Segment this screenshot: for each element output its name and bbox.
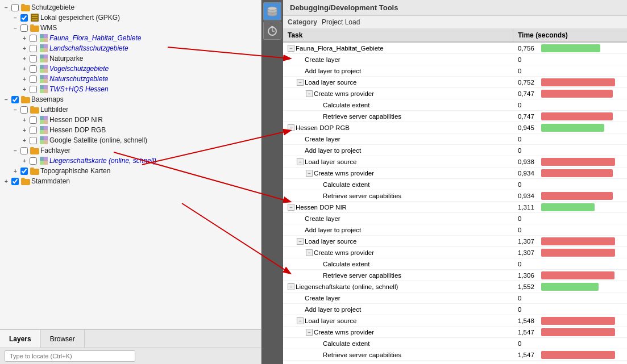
expand-debug-hessen-nir[interactable]: − [288,204,294,211]
svg-rect-44 [40,157,44,161]
checkbox-liegenschaft-layer[interactable] [30,157,37,165]
task-label-fauna-add: Add layer to project [305,68,361,74]
layer-item-google[interactable]: +Google Satellite (online, schnell) [0,135,261,145]
expand-btn-natur[interactable]: + [20,55,28,62]
expand-btn-hessen-nir-layer[interactable]: + [20,116,28,124]
layer-item-landschaft[interactable]: +Landschaftsschutzgebiete [0,43,261,53]
layer-icon-fauna-layer [39,34,48,43]
time-value-hessen-nir-load: 1,307 [518,238,538,245]
expand-btn-wms[interactable]: − [11,24,19,32]
layer-item-fauna-layer[interactable]: +Fauna_Flora_Habitat_Gebiete [0,33,261,43]
expand-debug-fauna-wms[interactable]: − [306,90,313,97]
time-value-hessen-nir-create: 0 [518,215,521,222]
expand-debug-hessen-rgb-wms[interactable]: − [306,170,313,177]
checkbox-luftbilder[interactable] [20,106,28,114]
checkbox-topo[interactable] [20,168,28,175]
debug-row-liegenschaft-add: Add layer to project0 [283,304,627,315]
expand-btn-vogel[interactable]: + [20,65,28,73]
expand-btn-schutz[interactable]: − [2,3,10,11]
task-label-hessen-nir-create: Create layer [305,215,341,222]
layer-item-basemaps[interactable]: −Basemaps [0,94,261,104]
expand-btn-hessen-rgb-layer[interactable]: + [20,126,28,134]
expand-debug-liegenschaft[interactable]: − [288,283,294,290]
expand-btn-google[interactable]: + [20,136,28,144]
checkbox-naturschutz[interactable] [30,76,37,83]
expand-debug-fauna-load[interactable]: − [297,79,304,86]
svg-rect-47 [44,161,48,165]
tab-layers[interactable]: Layers [0,330,41,348]
checkbox-schutz[interactable] [11,4,19,11]
time-cell-hessen-rgb-calc: 0 [513,180,627,189]
expand-btn-fauna-layer[interactable]: + [20,34,28,42]
task-cell-fauna-wms: − Create wms provider [283,89,513,98]
task-label-liegenschaft-retrieve: Retrieve server capabilities [323,352,401,358]
layer-item-vogel[interactable]: +Vogelschutzgebiete [0,64,261,74]
svg-rect-18 [40,58,44,62]
expand-btn-lokal[interactable]: − [11,14,19,22]
layer-item-tws[interactable]: +TWS+HQS Hessen [0,84,261,94]
expand-btn-tws[interactable]: + [20,85,28,93]
checkbox-lokal[interactable] [20,14,28,22]
checkbox-vogel[interactable] [30,65,37,73]
svg-rect-42 [40,140,44,144]
checkbox-fachlayer[interactable] [20,147,28,154]
expand-debug-hessen-rgb-load[interactable]: − [297,158,304,165]
layer-item-hessen-nir-layer[interactable]: +Hessen DOP NIR [0,115,261,125]
expand-btn-stamm[interactable]: + [2,177,10,185]
time-bar-liegenschaft-load [541,317,615,325]
expand-btn-liegenschaft-layer[interactable]: + [20,157,28,165]
time-bar-liegenschaft-retrieve [541,351,615,359]
checkbox-landschaft[interactable] [30,45,37,52]
time-cell-fauna-calc: 0 [513,101,627,110]
checkbox-google[interactable] [30,137,37,144]
layer-item-hessen-rgb-layer[interactable]: +Hessen DOP RGB [0,125,261,135]
time-value-hessen-rgb-add: 0 [518,147,521,154]
svg-rect-9 [44,34,48,38]
expand-debug-hessen-nir-wms[interactable]: − [306,249,313,256]
expand-debug-liegenschaft-load[interactable]: − [297,317,304,324]
layer-item-naturschutz[interactable]: +Naturschutzgebiete [0,74,261,84]
layer-item-schutz[interactable]: −Schutzgebiete [0,2,261,12]
layer-item-luftbilder[interactable]: −Luftbilder [0,104,261,115]
locate-input[interactable] [5,350,135,362]
expand-debug-fauna[interactable]: − [288,45,294,52]
checkbox-hessen-rgb-layer[interactable] [30,127,37,134]
checkbox-wms[interactable] [20,24,28,32]
checkbox-basemaps[interactable] [11,96,19,103]
filter-category-label: Category [288,18,317,26]
toolbar-timer-icon[interactable] [263,22,281,40]
layer-item-stamm[interactable]: +Stammdaten [0,176,261,186]
toolbar-db-icon[interactable] [263,2,281,20]
expand-btn-basemaps[interactable]: − [2,95,10,103]
expand-btn-fachlayer[interactable]: − [11,147,19,154]
layer-item-lokal[interactable]: −Lokal gespeichert (GPKG) [0,12,261,23]
debug-row-hessen-rgb-add: Add layer to project0 [283,145,627,156]
left-section: −Schutzgebiete−Lokal gespeichert (GPKG)−… [0,0,261,364]
timer-icon [267,26,277,36]
svg-rect-23 [44,69,48,73]
time-value-hessen-rgb-retrieve: 0,934 [518,193,538,199]
debug-row-hessen-rgb-calc: Calculate extent0 [283,179,627,190]
expand-debug-liegenschaft-wms[interactable]: − [306,329,313,336]
checkbox-natur[interactable] [30,55,37,62]
layer-item-fachlayer[interactable]: −Fachlayer [0,145,261,156]
right-panel: Debugging/Development Tools Category Pro… [283,0,627,364]
expand-debug-hessen-nir-load[interactable]: − [297,238,304,245]
checkbox-stamm[interactable] [11,178,19,185]
expand-btn-landschaft[interactable]: + [20,44,28,52]
task-cell-fauna-add: Add layer to project [283,66,513,76]
layer-item-liegenschaft-layer[interactable]: +Liegenschaftskarte (online, schnell) [0,156,261,166]
expand-btn-luftbilder[interactable]: − [11,106,19,114]
layer-item-topo[interactable]: +Topographische Karten [0,166,261,176]
svg-rect-45 [44,157,48,161]
tab-browser[interactable]: Browser [41,330,85,348]
expand-btn-topo[interactable]: + [11,167,19,175]
checkbox-fauna-layer[interactable] [30,35,37,42]
time-value-hessen-rgb-create: 0 [518,136,521,143]
expand-debug-hessen-rgb[interactable]: − [288,124,294,131]
expand-btn-naturschutz[interactable]: + [20,75,28,83]
checkbox-hessen-nir-layer[interactable] [30,116,37,124]
checkbox-tws[interactable] [30,86,37,93]
layer-item-natur[interactable]: +Naturparke [0,53,261,64]
layer-item-wms[interactable]: −WMS [0,23,261,33]
